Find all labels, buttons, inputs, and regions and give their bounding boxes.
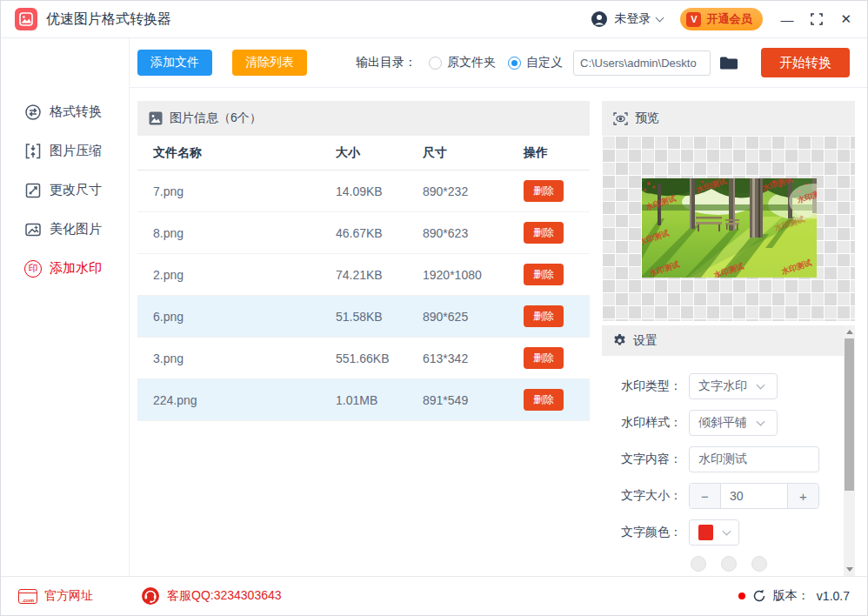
customer-service-link[interactable]: 客服QQ:3234303643 bbox=[141, 586, 282, 606]
scrollbar-thumb[interactable] bbox=[845, 338, 854, 491]
headset-icon bbox=[141, 586, 160, 606]
refresh-icon[interactable] bbox=[752, 589, 766, 603]
color-option[interactable] bbox=[721, 556, 737, 572]
watermark-style-row: 水印样式： 倾斜平铺 bbox=[621, 410, 855, 436]
table-title: 图片信息（6个） bbox=[170, 110, 262, 126]
add-files-button[interactable]: 添加文件 bbox=[137, 50, 212, 76]
file-size: 1.01MB bbox=[336, 393, 423, 407]
table-row[interactable]: 2.png 74.21KB 1920*1080 删除 bbox=[137, 254, 590, 296]
image-info-icon bbox=[149, 111, 163, 125]
output-path-input[interactable] bbox=[573, 50, 711, 76]
text-size-stepper: − 30 + bbox=[689, 483, 819, 509]
preview-canvas: 水印测试 水印测试 水印测试 水印测试 水印测试 水印测试 水印测试 水印测试 … bbox=[602, 136, 855, 321]
sidebar-item-beautify[interactable]: 美化图片 bbox=[1, 210, 129, 249]
increase-button[interactable]: + bbox=[787, 484, 818, 508]
radio-original-folder[interactable]: 原文件夹 bbox=[429, 55, 496, 70]
sidebar-item-resize[interactable]: 更改尺寸 bbox=[1, 171, 129, 210]
preview-header: 预览 bbox=[602, 101, 855, 136]
sidebar-item-compress[interactable]: 图片压缩 bbox=[1, 131, 129, 171]
delete-button[interactable]: 删除 bbox=[524, 180, 564, 202]
file-name: 8.png bbox=[137, 226, 336, 240]
vip-button[interactable]: V 开通会员 bbox=[680, 8, 763, 30]
preview-title: 预览 bbox=[635, 110, 659, 126]
text-size-value: 30 bbox=[721, 484, 787, 508]
resize-icon bbox=[24, 182, 42, 199]
landscape-photo bbox=[642, 178, 817, 278]
browse-folder-button[interactable] bbox=[719, 56, 738, 70]
start-convert-button[interactable]: 开始转换 bbox=[761, 48, 850, 77]
table-row[interactable]: 3.png 551.66KB 613*342 删除 bbox=[137, 338, 590, 379]
settings-section: 设置 水印类型： 文字水印 水印样式： bbox=[602, 325, 855, 576]
watermark-style-label: 水印样式： bbox=[621, 415, 689, 431]
stamp-icon: 印 bbox=[24, 260, 42, 278]
color-swatch bbox=[698, 525, 713, 540]
delete-button[interactable]: 删除 bbox=[524, 347, 564, 369]
preview-image: 水印测试 水印测试 水印测试 水印测试 水印测试 水印测试 水印测试 水印测试 … bbox=[642, 178, 817, 278]
delete-button[interactable]: 删除 bbox=[524, 222, 564, 244]
file-dimensions: 890*232 bbox=[423, 184, 524, 198]
version-value: v1.0.7 bbox=[817, 589, 850, 603]
clear-list-button[interactable]: 清除列表 bbox=[232, 50, 307, 76]
radio-icon[interactable] bbox=[429, 57, 442, 70]
close-button[interactable]: ✕ bbox=[840, 11, 851, 27]
login-label: 未登录 bbox=[614, 11, 651, 27]
sidebar-item-label: 更改尺寸 bbox=[50, 182, 102, 198]
file-name: 224.png bbox=[137, 393, 336, 407]
official-website-link[interactable]: .com 官方网址 bbox=[18, 588, 93, 604]
watermark-style-select[interactable]: 倾斜平铺 bbox=[689, 410, 778, 436]
watermark-type-select[interactable]: 文字水印 bbox=[689, 373, 778, 399]
color-option[interactable] bbox=[691, 556, 706, 572]
sidebar-item-label: 图片压缩 bbox=[50, 143, 102, 159]
file-name: 6.png bbox=[137, 310, 336, 324]
file-dimensions: 613*342 bbox=[423, 352, 524, 365]
table-row-highlighted[interactable]: 224.png 1.01MB 891*549 删除 bbox=[137, 379, 590, 421]
sidebar: 格式转换 图片压缩 更改尺寸 美化图片 印 添加水印 bbox=[1, 38, 130, 576]
maximize-button[interactable] bbox=[811, 13, 823, 25]
sidebar-item-watermark[interactable]: 印 添加水印 bbox=[1, 249, 129, 288]
toolbar: 添加文件 清除列表 输出目录： 原文件夹 自定义 bbox=[130, 38, 867, 88]
scroll-up-icon[interactable] bbox=[846, 330, 853, 334]
sidebar-item-label: 格式转换 bbox=[50, 104, 102, 120]
text-color-picker[interactable] bbox=[689, 519, 739, 546]
minimize-button[interactable]: — bbox=[780, 12, 793, 27]
sidebar-item-label: 美化图片 bbox=[50, 221, 102, 238]
radio-custom-label: 自定义 bbox=[526, 55, 563, 70]
scroll-down-icon[interactable] bbox=[846, 567, 853, 572]
file-dimensions: 890*625 bbox=[423, 310, 524, 324]
beautify-icon bbox=[24, 221, 42, 238]
sidebar-item-format-convert[interactable]: 格式转换 bbox=[1, 92, 129, 131]
watermark-type-label: 水印类型： bbox=[621, 378, 689, 394]
folder-icon bbox=[719, 56, 738, 70]
radio-original-label: 原文件夹 bbox=[447, 55, 496, 70]
watermark-type-row: 水印类型： 文字水印 bbox=[621, 373, 855, 399]
chevron-down-icon bbox=[656, 14, 664, 23]
text-content-input[interactable] bbox=[689, 446, 819, 472]
compress-icon bbox=[24, 143, 42, 160]
decrease-button[interactable]: − bbox=[690, 484, 721, 508]
radio-custom-folder[interactable]: 自定义 bbox=[508, 55, 563, 70]
chevron-down-icon bbox=[723, 527, 731, 536]
delete-button[interactable]: 删除 bbox=[524, 264, 564, 285]
official-website-label: 官方网址 bbox=[44, 588, 93, 604]
text-size-label: 文字大小： bbox=[621, 488, 689, 504]
vip-badge-icon: V bbox=[686, 12, 701, 27]
settings-scrollbar[interactable] bbox=[844, 325, 855, 576]
text-size-row: 文字大小： − 30 + bbox=[621, 483, 855, 509]
color-option[interactable] bbox=[751, 556, 767, 572]
delete-button[interactable]: 删除 bbox=[524, 389, 564, 411]
chevron-down-icon bbox=[757, 418, 765, 426]
text-content-row: 文字内容： bbox=[621, 446, 855, 472]
app-window: 优速图片格式转换器 未登录 V 开通会员 — ✕ 格式转换 bbox=[0, 0, 868, 616]
app-title: 优速图片格式转换器 bbox=[46, 10, 171, 29]
col-action: 操作 bbox=[524, 145, 590, 161]
file-size: 14.09KB bbox=[336, 184, 423, 198]
chevron-down-icon bbox=[757, 381, 765, 390]
delete-button[interactable]: 删除 bbox=[524, 305, 564, 327]
login-menu[interactable]: 未登录 bbox=[591, 10, 663, 28]
table-row-highlighted[interactable]: 6.png 51.58KB 890*625 删除 bbox=[137, 296, 590, 338]
maximize-icon bbox=[811, 13, 823, 25]
file-size: 46.67KB bbox=[336, 226, 423, 240]
table-row[interactable]: 7.png 14.09KB 890*232 删除 bbox=[137, 171, 590, 212]
table-row[interactable]: 8.png 46.67KB 890*623 删除 bbox=[137, 212, 590, 254]
radio-checked-icon[interactable] bbox=[508, 57, 521, 70]
